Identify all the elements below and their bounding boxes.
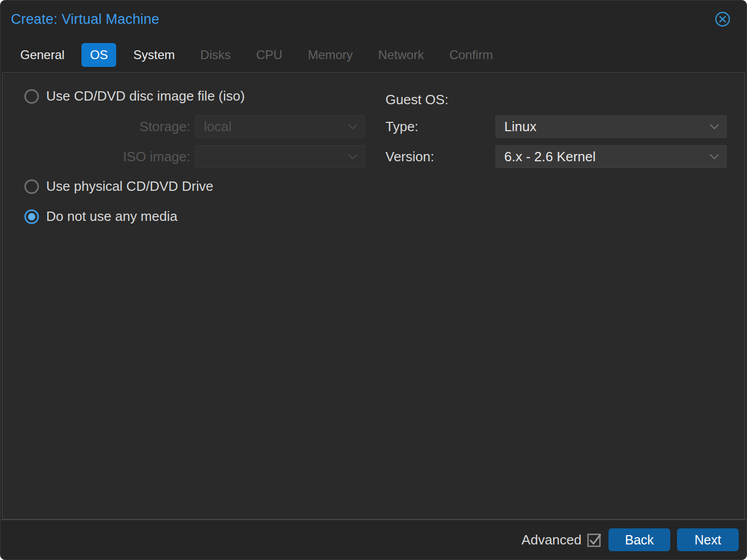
tab-bar: General OS System Disks CPU Memory Netwo… [1, 38, 746, 72]
storage-label: Storage: [3, 115, 190, 138]
guest-version-label: Version: [385, 145, 434, 168]
title-bar: Create: Virtual Machine [1, 1, 746, 38]
radio-physical-drive[interactable]: Use physical CD/DVD Drive [24, 178, 213, 194]
dialog-title: Create: Virtual Machine [11, 11, 159, 27]
footer-bar: Advanced Back Next [1, 520, 746, 559]
tab-confirm: Confirm [441, 43, 501, 67]
guest-version-combobox[interactable]: 6.x - 2.6 Kernel [495, 145, 727, 168]
tab-network: Network [370, 43, 432, 67]
guest-type-value: Linux [504, 119, 536, 135]
close-button[interactable] [714, 11, 731, 27]
radio-use-iso-circle [24, 89, 39, 104]
chevron-down-icon[interactable] [710, 124, 719, 130]
checkbox-checked-icon [587, 532, 602, 548]
radio-use-iso-label: Use CD/DVD disc image file (iso) [46, 88, 245, 104]
chevron-down-icon [348, 124, 357, 130]
storage-combobox: local [195, 115, 365, 138]
next-button[interactable]: Next [677, 528, 739, 551]
advanced-label: Advanced [521, 532, 582, 548]
storage-value: local [204, 119, 231, 135]
tab-os[interactable]: OS [81, 43, 116, 67]
iso-image-combobox [195, 145, 365, 168]
tab-cpu: CPU [248, 43, 291, 67]
tab-general[interactable]: General [12, 43, 73, 67]
radio-dot [28, 93, 35, 100]
chevron-down-icon [348, 154, 357, 160]
radio-no-media-circle [24, 209, 39, 224]
chevron-down-icon[interactable] [710, 154, 719, 160]
guest-type-combobox[interactable]: Linux [495, 115, 727, 138]
back-button[interactable]: Back [608, 528, 670, 551]
radio-physical-label: Use physical CD/DVD Drive [46, 178, 213, 194]
close-icon [714, 11, 731, 27]
advanced-checkbox[interactable] [587, 533, 602, 547]
tab-disks: Disks [192, 43, 239, 67]
radio-dot [28, 213, 35, 220]
radio-physical-circle [24, 179, 39, 194]
create-vm-dialog: Create: Virtual Machine General OS Syste… [0, 0, 747, 560]
radio-use-iso[interactable]: Use CD/DVD disc image file (iso) [24, 88, 245, 104]
guest-type-label: Type: [385, 115, 419, 138]
radio-dot [28, 183, 35, 190]
tab-system[interactable]: System [125, 43, 183, 67]
radio-no-media-label: Do not use any media [46, 208, 177, 225]
radio-no-media[interactable]: Do not use any media [24, 208, 177, 225]
os-tab-panel: Use CD/DVD disc image file (iso) Storage… [2, 72, 745, 520]
guest-version-value: 6.x - 2.6 Kernel [504, 149, 596, 165]
tab-memory: Memory [299, 43, 361, 67]
iso-image-label: ISO image: [3, 145, 190, 168]
guest-os-heading: Guest OS: [385, 88, 448, 111]
